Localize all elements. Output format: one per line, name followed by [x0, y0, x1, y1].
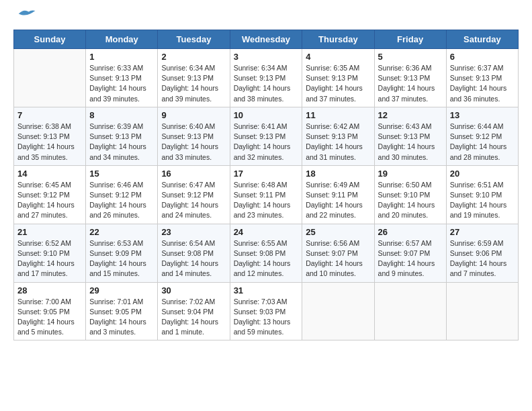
day-info: Sunrise: 6:51 AM Sunset: 9:10 PM Dayligh…	[450, 180, 515, 221]
day-number: 15	[89, 169, 154, 179]
day-number: 13	[450, 110, 515, 120]
calendar-week-row: 21Sunrise: 6:52 AM Sunset: 9:10 PM Dayli…	[14, 224, 519, 282]
day-info: Sunrise: 6:47 AM Sunset: 9:12 PM Dayligh…	[161, 180, 226, 221]
calendar-cell: 2Sunrise: 6:34 AM Sunset: 9:13 PM Daylig…	[158, 49, 230, 107]
day-number: 29	[89, 285, 154, 295]
day-number: 8	[89, 110, 154, 120]
weekday-header: Thursday	[302, 30, 374, 49]
calendar-cell: 22Sunrise: 6:53 AM Sunset: 9:09 PM Dayli…	[86, 224, 158, 282]
calendar-table: SundayMondayTuesdayWednesdayThursdayFrid…	[13, 30, 519, 340]
day-info: Sunrise: 6:53 AM Sunset: 9:09 PM Dayligh…	[89, 238, 154, 279]
calendar-cell: 27Sunrise: 6:59 AM Sunset: 9:06 PM Dayli…	[446, 224, 518, 282]
day-info: Sunrise: 6:49 AM Sunset: 9:11 PM Dayligh…	[306, 180, 370, 221]
day-info: Sunrise: 7:00 AM Sunset: 9:05 PM Dayligh…	[17, 297, 82, 338]
weekday-header: Saturday	[446, 30, 518, 49]
day-info: Sunrise: 6:34 AM Sunset: 9:13 PM Dayligh…	[161, 63, 226, 104]
day-info: Sunrise: 6:39 AM Sunset: 9:13 PM Dayligh…	[89, 122, 154, 163]
calendar-cell: 19Sunrise: 6:50 AM Sunset: 9:10 PM Dayli…	[374, 165, 446, 224]
calendar-cell	[302, 282, 374, 340]
day-number: 30	[161, 285, 226, 295]
calendar-cell: 14Sunrise: 6:45 AM Sunset: 9:12 PM Dayli…	[14, 165, 86, 224]
day-number: 25	[306, 227, 370, 237]
calendar-cell: 6Sunrise: 6:37 AM Sunset: 9:13 PM Daylig…	[446, 49, 518, 107]
day-number: 31	[234, 285, 299, 295]
weekday-header: Sunday	[14, 30, 86, 49]
day-number: 12	[378, 110, 443, 120]
calendar-cell: 17Sunrise: 6:48 AM Sunset: 9:11 PM Dayli…	[230, 165, 302, 224]
calendar-cell: 21Sunrise: 6:52 AM Sunset: 9:10 PM Dayli…	[14, 224, 86, 282]
calendar-cell: 9Sunrise: 6:40 AM Sunset: 9:13 PM Daylig…	[158, 107, 230, 165]
day-info: Sunrise: 6:52 AM Sunset: 9:10 PM Dayligh…	[17, 238, 82, 279]
day-number: 20	[450, 169, 515, 179]
calendar-cell: 10Sunrise: 6:41 AM Sunset: 9:13 PM Dayli…	[230, 107, 302, 165]
day-info: Sunrise: 6:46 AM Sunset: 9:12 PM Dayligh…	[89, 180, 154, 221]
day-info: Sunrise: 6:54 AM Sunset: 9:08 PM Dayligh…	[161, 238, 226, 279]
day-number: 10	[234, 110, 299, 120]
day-number: 28	[17, 285, 82, 295]
day-info: Sunrise: 6:57 AM Sunset: 9:07 PM Dayligh…	[378, 238, 443, 279]
calendar-cell: 11Sunrise: 6:42 AM Sunset: 9:13 PM Dayli…	[302, 107, 374, 165]
logo-bird-icon	[16, 7, 36, 19]
calendar-cell: 1Sunrise: 6:33 AM Sunset: 9:13 PM Daylig…	[86, 49, 158, 107]
day-info: Sunrise: 6:41 AM Sunset: 9:13 PM Dayligh…	[234, 122, 299, 163]
calendar-cell: 26Sunrise: 6:57 AM Sunset: 9:07 PM Dayli…	[374, 224, 446, 282]
day-info: Sunrise: 6:45 AM Sunset: 9:12 PM Dayligh…	[17, 180, 82, 221]
day-number: 19	[378, 169, 443, 179]
day-info: Sunrise: 6:33 AM Sunset: 9:13 PM Dayligh…	[89, 63, 154, 104]
day-number: 1	[89, 52, 154, 62]
day-number: 27	[450, 227, 515, 237]
calendar-week-row: 28Sunrise: 7:00 AM Sunset: 9:05 PM Dayli…	[14, 282, 519, 340]
day-number: 7	[17, 110, 82, 120]
calendar-cell: 3Sunrise: 6:34 AM Sunset: 9:13 PM Daylig…	[230, 49, 302, 107]
calendar-cell: 29Sunrise: 7:01 AM Sunset: 9:05 PM Dayli…	[86, 282, 158, 340]
calendar-cell	[14, 49, 86, 107]
day-info: Sunrise: 6:35 AM Sunset: 9:13 PM Dayligh…	[306, 63, 370, 104]
calendar-cell: 13Sunrise: 6:44 AM Sunset: 9:12 PM Dayli…	[446, 107, 518, 165]
day-info: Sunrise: 6:34 AM Sunset: 9:13 PM Dayligh…	[234, 63, 299, 104]
calendar-cell	[374, 282, 446, 340]
day-number: 22	[89, 227, 154, 237]
day-number: 23	[161, 227, 226, 237]
calendar-cell: 25Sunrise: 6:56 AM Sunset: 9:07 PM Dayli…	[302, 224, 374, 282]
calendar-cell: 5Sunrise: 6:36 AM Sunset: 9:13 PM Daylig…	[374, 49, 446, 107]
calendar-cell: 12Sunrise: 6:43 AM Sunset: 9:13 PM Dayli…	[374, 107, 446, 165]
calendar-cell: 28Sunrise: 7:00 AM Sunset: 9:05 PM Dayli…	[14, 282, 86, 340]
day-number: 16	[161, 169, 226, 179]
day-number: 14	[17, 169, 82, 179]
day-number: 24	[234, 227, 299, 237]
day-info: Sunrise: 6:48 AM Sunset: 9:11 PM Dayligh…	[234, 180, 299, 221]
calendar-week-row: 1Sunrise: 6:33 AM Sunset: 9:13 PM Daylig…	[14, 49, 519, 107]
day-number: 2	[161, 52, 226, 62]
day-info: Sunrise: 6:56 AM Sunset: 9:07 PM Dayligh…	[306, 238, 370, 279]
logo	[13, 13, 36, 19]
day-info: Sunrise: 6:50 AM Sunset: 9:10 PM Dayligh…	[378, 180, 443, 221]
calendar-cell: 7Sunrise: 6:38 AM Sunset: 9:13 PM Daylig…	[14, 107, 86, 165]
calendar-cell: 18Sunrise: 6:49 AM Sunset: 9:11 PM Dayli…	[302, 165, 374, 224]
calendar-week-row: 14Sunrise: 6:45 AM Sunset: 9:12 PM Dayli…	[14, 165, 519, 224]
calendar-week-row: 7Sunrise: 6:38 AM Sunset: 9:13 PM Daylig…	[14, 107, 519, 165]
calendar-cell: 15Sunrise: 6:46 AM Sunset: 9:12 PM Dayli…	[86, 165, 158, 224]
calendar-cell: 31Sunrise: 7:03 AM Sunset: 9:03 PM Dayli…	[230, 282, 302, 340]
day-number: 5	[378, 52, 443, 62]
weekday-header: Friday	[374, 30, 446, 49]
day-number: 9	[161, 110, 226, 120]
calendar-cell	[446, 282, 518, 340]
day-info: Sunrise: 6:42 AM Sunset: 9:13 PM Dayligh…	[306, 122, 370, 163]
day-info: Sunrise: 6:43 AM Sunset: 9:13 PM Dayligh…	[378, 122, 443, 163]
day-number: 11	[306, 110, 370, 120]
day-number: 18	[306, 169, 370, 179]
calendar-header-row: SundayMondayTuesdayWednesdayThursdayFrid…	[14, 30, 519, 49]
day-number: 4	[306, 52, 370, 62]
day-info: Sunrise: 6:38 AM Sunset: 9:13 PM Dayligh…	[17, 122, 82, 163]
calendar-cell: 8Sunrise: 6:39 AM Sunset: 9:13 PM Daylig…	[86, 107, 158, 165]
weekday-header: Wednesday	[230, 30, 302, 49]
day-number: 26	[378, 227, 443, 237]
weekday-header: Monday	[86, 30, 158, 49]
day-info: Sunrise: 6:40 AM Sunset: 9:13 PM Dayligh…	[161, 122, 226, 163]
day-number: 21	[17, 227, 82, 237]
weekday-header: Tuesday	[158, 30, 230, 49]
calendar-cell: 16Sunrise: 6:47 AM Sunset: 9:12 PM Dayli…	[158, 165, 230, 224]
calendar-cell: 24Sunrise: 6:55 AM Sunset: 9:08 PM Dayli…	[230, 224, 302, 282]
day-info: Sunrise: 7:02 AM Sunset: 9:04 PM Dayligh…	[161, 297, 226, 338]
day-number: 17	[234, 169, 299, 179]
